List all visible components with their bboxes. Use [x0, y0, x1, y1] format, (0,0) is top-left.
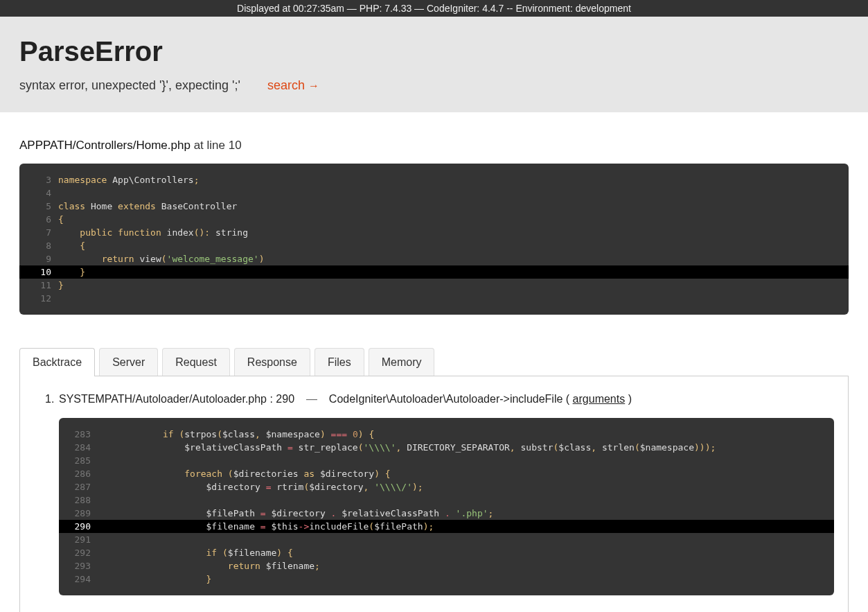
- source-path: APPPATH/Controllers/Home.php: [19, 139, 191, 152]
- backtrace-arguments-link[interactable]: arguments: [573, 393, 626, 405]
- backtrace-entry: 1. SYSTEMPATH/Autoloader/Autoloader.php …: [59, 393, 834, 405]
- environment-bar: Displayed at 00:27:35am — PHP: 7.4.33 — …: [0, 0, 868, 17]
- main-container: APPPATH/Controllers/Home.php at line 10 …: [0, 112, 868, 612]
- backtrace-code-block: 283 if (strpos($class, $namespace) === 0…: [59, 418, 834, 595]
- at-line-label: at line: [194, 139, 225, 152]
- tab-backtrace[interactable]: Backtrace: [19, 348, 95, 376]
- error-header: ParseError syntax error, unexpected '}',…: [0, 17, 868, 112]
- backtrace-separator: —: [306, 393, 317, 405]
- backtrace-call: CodeIgniter\Autoloader\Autoloader->inclu…: [329, 393, 569, 405]
- arrow-right-icon: →: [308, 80, 319, 91]
- tab-files[interactable]: Files: [315, 348, 364, 376]
- search-link[interactable]: search →: [267, 78, 319, 92]
- backtrace-index: 1.: [45, 393, 54, 405]
- tab-list: Backtrace Server Request Response Files …: [19, 348, 849, 376]
- tab-response[interactable]: Response: [234, 348, 310, 376]
- backtrace-path: SYSTEMPATH/Autoloader/Autoloader.php : 2…: [59, 393, 294, 405]
- source-file-header: APPPATH/Controllers/Home.php at line 10: [19, 139, 849, 152]
- backtrace-call-close: ): [628, 393, 632, 405]
- tabs-container: Backtrace Server Request Response Files …: [19, 348, 849, 612]
- source-code-block: 3namespace App\Controllers; 4 5class Hom…: [19, 164, 849, 315]
- search-link-label: search: [267, 78, 305, 92]
- error-title: ParseError: [19, 36, 849, 67]
- tab-request[interactable]: Request: [162, 348, 230, 376]
- error-message: syntax error, unexpected '}', expecting …: [19, 78, 240, 92]
- tab-server[interactable]: Server: [99, 348, 158, 376]
- tab-memory[interactable]: Memory: [369, 348, 435, 376]
- tab-content-backtrace: 1. SYSTEMPATH/Autoloader/Autoloader.php …: [19, 376, 849, 612]
- source-line-number: 10: [229, 139, 242, 152]
